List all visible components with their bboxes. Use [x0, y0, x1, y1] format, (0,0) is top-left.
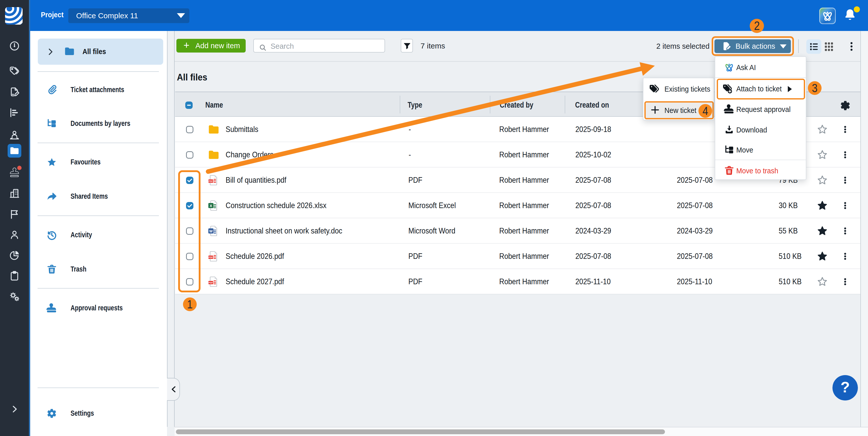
svg-text:W: W	[209, 229, 213, 233]
svg-text:X: X	[210, 204, 212, 208]
svg-text:PDF: PDF	[209, 281, 213, 284]
svg-text:PDF: PDF	[209, 256, 213, 259]
svg-text:PDF: PDF	[209, 180, 213, 183]
